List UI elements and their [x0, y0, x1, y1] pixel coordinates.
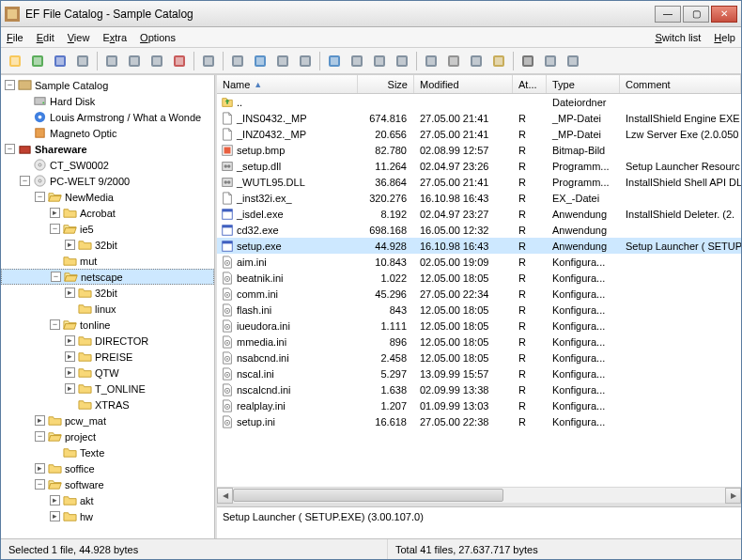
file-row[interactable]: _isdel.exe8.19202.04.97 23:27RAnwendungI…: [217, 206, 741, 222]
tree-item[interactable]: Magneto Optic: [1, 125, 214, 141]
menu-file[interactable]: File: [7, 32, 23, 43]
expand-icon[interactable]: ▸: [50, 511, 60, 521]
file-row[interactable]: setup.ini16.61827.05.00 22:38RKonfigura.…: [217, 413, 741, 429]
collapse-icon[interactable]: −: [50, 224, 60, 234]
tree-item[interactable]: −software: [1, 476, 214, 492]
file-row[interactable]: setup.exe44.92816.10.98 16:43RAnwendungS…: [217, 238, 741, 254]
toolbar-refresh-button[interactable]: [147, 51, 167, 71]
file-row[interactable]: comm.ini45.29627.05.00 22:34RKonfigura..…: [217, 286, 741, 302]
menu-view[interactable]: View: [68, 32, 90, 43]
tree-item[interactable]: −PC-WELT 9/2000: [1, 173, 214, 189]
toolbar-delete-button[interactable]: [169, 51, 190, 71]
col-type[interactable]: Type: [547, 75, 620, 93]
menu-edit[interactable]: Edit: [37, 32, 54, 43]
tree-item[interactable]: ▸PREISE: [1, 349, 214, 365]
tree-item[interactable]: ▸32bit: [1, 237, 214, 253]
file-list[interactable]: Name▲ Size Modified At... Type Comment .…: [217, 75, 741, 487]
toolbar-check-list-button[interactable]: [392, 51, 412, 71]
expand-icon[interactable]: ▸: [35, 415, 45, 426]
toolbar-edit-button[interactable]: [272, 51, 293, 71]
tree-item[interactable]: ▸DIRECTOR: [1, 333, 214, 349]
col-comment[interactable]: Comment: [620, 75, 741, 93]
toolbar-print-button[interactable]: [518, 51, 538, 71]
tree-item[interactable]: linux: [1, 301, 214, 317]
collapse-icon[interactable]: −: [5, 80, 15, 90]
toolbar-cut-button[interactable]: [443, 51, 464, 71]
parent-dir-row[interactable]: ..Dateiordner: [217, 94, 741, 110]
menu-options[interactable]: Options: [140, 32, 176, 43]
expand-icon[interactable]: ▸: [65, 240, 75, 250]
toolbar-new-button[interactable]: [5, 51, 25, 71]
tree-item[interactable]: ▸hw: [1, 508, 214, 524]
collapse-icon[interactable]: −: [35, 431, 45, 442]
file-row[interactable]: _setup.dll11.26402.04.97 23:26RProgramm.…: [217, 158, 741, 174]
toolbar-undo-button[interactable]: [421, 51, 441, 71]
expand-icon[interactable]: ▸: [50, 208, 60, 218]
toolbar-folder-up-button[interactable]: [227, 51, 248, 71]
col-name[interactable]: Name▲: [217, 75, 358, 93]
tree-item[interactable]: −Sample Catalog: [1, 77, 214, 93]
expand-icon[interactable]: ▸: [35, 463, 45, 474]
tree-item[interactable]: CT_SW0002: [1, 157, 214, 173]
file-row[interactable]: _INS0432._MP674.81627.05.00 21:41R_MP-Da…: [217, 110, 741, 126]
expand-icon[interactable]: ▸: [65, 288, 75, 298]
tree-item[interactable]: Texte: [1, 444, 214, 460]
toolbar-media2-button[interactable]: [124, 51, 145, 71]
col-modified[interactable]: Modified: [414, 75, 513, 93]
toolbar-props-button[interactable]: [295, 51, 316, 71]
toolbar-rename-button[interactable]: [198, 51, 219, 71]
col-size[interactable]: Size: [358, 75, 414, 93]
toolbar-search-button[interactable]: [324, 51, 345, 71]
file-row[interactable]: realplay.ini1.20701.09.99 13:03RKonfigur…: [217, 397, 741, 413]
toolbar-copy2-button[interactable]: [466, 51, 487, 71]
horizontal-scrollbar[interactable]: ◀ ▶: [217, 487, 741, 503]
toolbar-save-all-button[interactable]: [72, 51, 93, 71]
file-row[interactable]: iueudora.ini1.11112.05.00 18:05RKonfigur…: [217, 318, 741, 334]
file-row[interactable]: nscal.ini5.29713.09.99 15:57RKonfigura..…: [217, 366, 741, 381]
toolbar-save-button[interactable]: [50, 51, 70, 71]
tree-item[interactable]: −NewMedia: [1, 189, 214, 205]
file-row[interactable]: cd32.exe698.16816.05.00 12:32RAnwendung: [217, 222, 741, 238]
menu-switch-list[interactable]: Switch list: [655, 32, 701, 43]
file-row[interactable]: setup.bmp82.78002.08.99 12:57RBitmap-Bil…: [217, 142, 741, 158]
scroll-left-arrow[interactable]: ◀: [217, 488, 233, 504]
file-row[interactable]: aim.ini10.84302.05.00 19:09RKonfigura...: [217, 254, 741, 270]
menu-help[interactable]: Help: [714, 32, 735, 43]
tree-item[interactable]: −tonline: [1, 317, 214, 333]
toolbar-copy-button[interactable]: [250, 51, 271, 71]
file-row[interactable]: flash.ini84312.05.00 18:05RKonfigura...: [217, 302, 741, 318]
toolbar-view-button[interactable]: [540, 51, 561, 71]
collapse-icon[interactable]: −: [5, 144, 15, 154]
expand-icon[interactable]: ▸: [65, 351, 75, 362]
tree-item[interactable]: −Shareware: [1, 141, 214, 157]
file-row[interactable]: beatnik.ini1.02212.05.00 18:05RKonfigura…: [217, 270, 741, 286]
minimize-button[interactable]: —: [655, 6, 681, 23]
collapse-icon[interactable]: −: [35, 479, 45, 490]
toolbar-open-button[interactable]: [27, 51, 48, 71]
collapse-icon[interactable]: −: [51, 272, 61, 282]
tree-item[interactable]: ▸pcw_mat: [1, 412, 214, 428]
tree-item[interactable]: ▸soffice: [1, 460, 214, 476]
toolbar-check-button[interactable]: [369, 51, 390, 71]
tree-item[interactable]: ▸QTW: [1, 365, 214, 381]
file-row[interactable]: _INZ0432._MP20.65627.05.00 21:41R_MP-Dat…: [217, 126, 741, 142]
expand-icon[interactable]: ▸: [65, 383, 75, 394]
collapse-icon[interactable]: −: [50, 319, 60, 330]
scroll-thumb[interactable]: [233, 489, 503, 502]
expand-icon[interactable]: ▸: [65, 367, 75, 378]
tree-item[interactable]: mut: [1, 253, 214, 269]
toolbar-report-button[interactable]: [347, 51, 367, 71]
scroll-right-arrow[interactable]: ▶: [725, 488, 741, 504]
collapse-icon[interactable]: −: [35, 192, 45, 202]
tree-item[interactable]: ▸T_ONLINE: [1, 381, 214, 397]
tree-item[interactable]: −project: [1, 428, 214, 444]
tree-pane[interactable]: −Sample CatalogHard DiskLouis Armstrong …: [1, 75, 215, 538]
file-row[interactable]: _inst32i.ex_320.27616.10.98 16:43REX_-Da…: [217, 190, 741, 206]
col-attr[interactable]: At...: [513, 75, 547, 93]
tree-item[interactable]: −netscape: [1, 269, 214, 285]
toolbar-add-media-button[interactable]: [101, 51, 122, 71]
close-button[interactable]: ✕: [711, 6, 737, 23]
tree-item[interactable]: XTRAS: [1, 397, 214, 412]
file-row[interactable]: nscalcnd.ini1.63802.09.99 13:38RKonfigur…: [217, 381, 741, 397]
tree-item[interactable]: ▸akt: [1, 492, 214, 508]
